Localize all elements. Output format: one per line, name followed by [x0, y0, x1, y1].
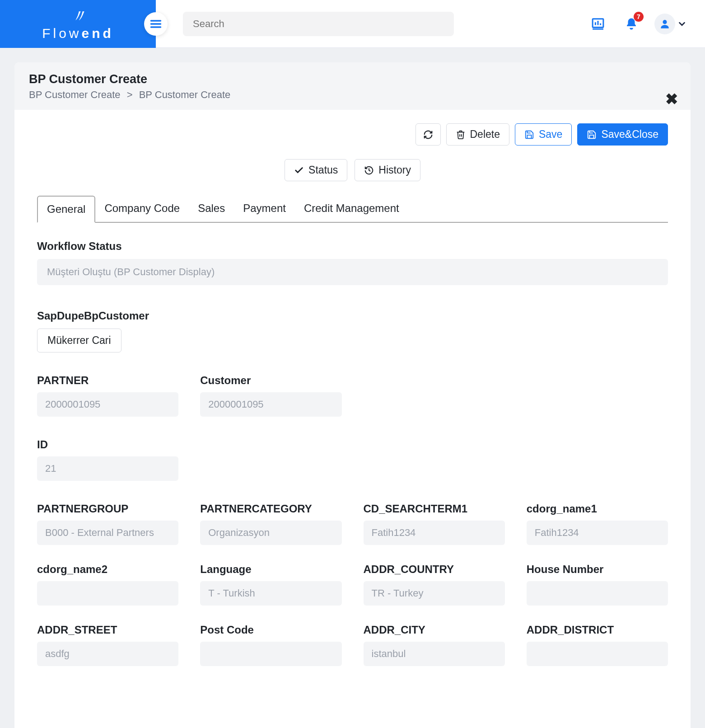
post-code-field[interactable] [200, 642, 341, 666]
tab-credit-management[interactable]: Credit Management [295, 196, 408, 223]
history-icon [364, 165, 374, 175]
save-label: Save [539, 128, 562, 141]
delete-button[interactable]: Delete [446, 123, 509, 146]
partnercategory-field: Organizasyon [200, 521, 341, 545]
history-button[interactable]: History [355, 159, 420, 181]
field-label: ADDR_STREET [37, 624, 178, 636]
check-icon [294, 165, 304, 175]
partnergroup-field: B000 - External Partners [37, 521, 178, 545]
content-scroll[interactable]: Delete Save Save&Close Status [14, 110, 691, 728]
logo-block: 〃 Flowend [0, 0, 156, 48]
analytics-button[interactable] [588, 14, 608, 34]
search-input[interactable] [193, 18, 444, 30]
field-label: House Number [527, 563, 668, 576]
addr-city-field: istanbul [364, 642, 505, 666]
logo-text: Flowend [42, 26, 114, 41]
field-label: ADDR_DISTRICT [527, 624, 668, 636]
trash-icon [456, 130, 466, 140]
save-icon [524, 130, 534, 140]
field-label: cdorg_name1 [527, 503, 668, 515]
field-label: CD_SEARCHTERM1 [364, 503, 505, 515]
status-button[interactable]: Status [285, 159, 347, 181]
logo-icon: 〃 [69, 7, 87, 25]
cdorg-name1-field: Fatih1234 [527, 521, 668, 545]
workflow-status-value: Müşteri Oluştu (BP Customer Display) [37, 259, 668, 285]
customer-label: Customer [200, 374, 341, 387]
partner-label: PARTNER [37, 374, 178, 387]
svg-point-8 [663, 20, 667, 24]
secondary-actions: Status History [37, 159, 668, 181]
menu-toggle-button[interactable] [144, 12, 168, 36]
history-label: History [378, 164, 411, 176]
addr-street-field: asdfg [37, 642, 178, 666]
delete-label: Delete [470, 128, 500, 141]
cdorg-name2-field[interactable] [37, 581, 178, 606]
save-close-label: Save&Close [601, 128, 658, 141]
tabs: General Company Code Sales Payment Credi… [37, 195, 668, 223]
customer-value: 2000001095 [200, 392, 341, 417]
id-value: 21 [37, 456, 178, 481]
search-box[interactable] [183, 12, 454, 36]
top-header: 〃 Flowend 7 [0, 0, 705, 48]
house-number-field[interactable] [527, 581, 668, 606]
action-row: Delete Save Save&Close [37, 123, 668, 146]
logo[interactable]: 〃 Flowend [42, 7, 114, 41]
tab-company-code[interactable]: Company Code [95, 196, 189, 223]
notifications-button[interactable]: 7 [621, 14, 642, 34]
user-avatar [654, 14, 675, 34]
notification-badge: 7 [634, 12, 644, 22]
tab-sales[interactable]: Sales [189, 196, 234, 223]
breadcrumb-item[interactable]: BP Customer Create [29, 89, 121, 100]
field-label: ADDR_COUNTRY [364, 563, 505, 576]
page-title: BP Customer Create [29, 72, 676, 86]
language-field: T - Turkish [200, 581, 341, 606]
searchterm1-field: Fatih1234 [364, 521, 505, 545]
save-icon [587, 130, 597, 140]
field-grid: PARTNERGROUPB000 - External Partners PAR… [37, 503, 668, 666]
addr-district-field[interactable] [527, 642, 668, 666]
sapdupe-label: SapDupeBpCustomer [37, 310, 668, 322]
addr-country-field: TR - Turkey [364, 581, 505, 606]
save-button[interactable]: Save [515, 123, 572, 146]
user-menu[interactable] [654, 14, 687, 34]
refresh-icon [423, 130, 433, 140]
breadcrumb: BP Customer Create > BP Customer Create [29, 89, 676, 101]
card-header: BP Customer Create BP Customer Create > … [14, 62, 691, 110]
workflow-status-label: Workflow Status [37, 240, 668, 253]
breadcrumb-separator: > [127, 89, 133, 100]
field-label: cdorg_name2 [37, 563, 178, 576]
refresh-button[interactable] [416, 123, 441, 146]
field-label: Language [200, 563, 341, 576]
save-close-button[interactable]: Save&Close [577, 123, 668, 146]
close-button[interactable]: ✖ [665, 91, 678, 107]
breadcrumb-item: BP Customer Create [139, 89, 231, 100]
chevron-down-icon [677, 19, 687, 29]
page-wrap: BP Customer Create BP Customer Create > … [0, 48, 705, 728]
status-label: Status [308, 164, 338, 176]
header-right: 7 [156, 0, 705, 47]
field-label: ADDR_CITY [364, 624, 505, 636]
tab-general[interactable]: General [37, 196, 95, 223]
tab-payment[interactable]: Payment [234, 196, 295, 223]
partner-value: 2000001095 [37, 392, 178, 417]
main-card: BP Customer Create BP Customer Create > … [14, 62, 691, 728]
id-label: ID [37, 438, 178, 451]
field-label: PARTNERCATEGORY [200, 503, 341, 515]
field-label: PARTNERGROUP [37, 503, 178, 515]
mukerrer-cari-button[interactable]: Mükerrer Cari [37, 329, 121, 352]
field-label: Post Code [200, 624, 341, 636]
header-icons: 7 [588, 14, 687, 34]
